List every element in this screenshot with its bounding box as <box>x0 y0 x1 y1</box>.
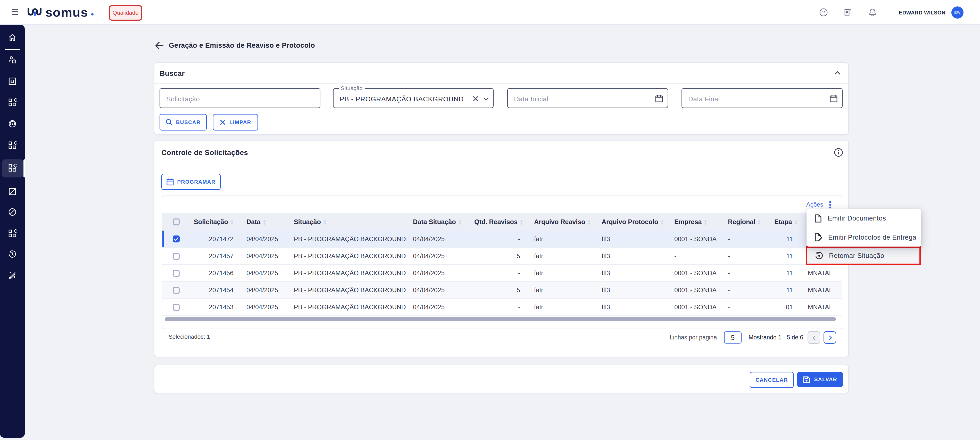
svg-text:?: ? <box>822 10 825 15</box>
